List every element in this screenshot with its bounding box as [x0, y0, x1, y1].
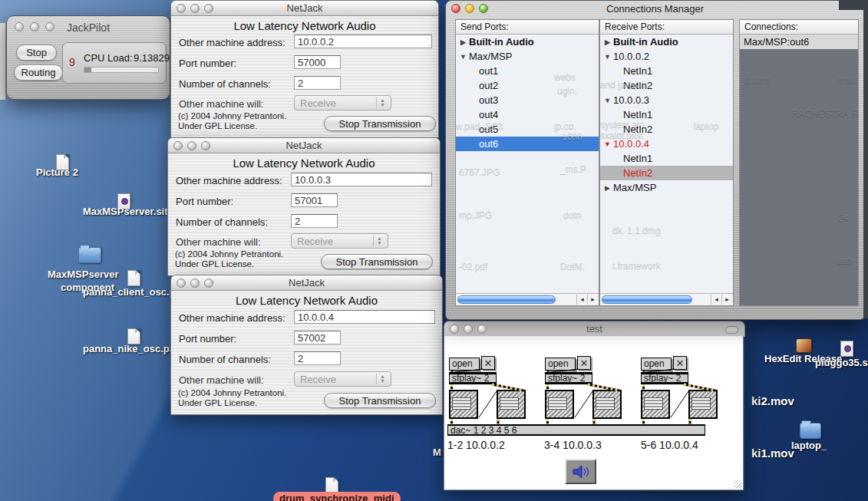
scroll-left-arrow[interactable]: ◂ — [576, 295, 587, 305]
list-item-maxmsp[interactable]: ▶Max/MSP — [600, 180, 733, 195]
port-input[interactable] — [294, 331, 341, 344]
minimize-button[interactable] — [30, 22, 39, 31]
toggle-box[interactable]: ✕ — [673, 356, 687, 370]
list-item-netin2-selected[interactable]: NetIn2 — [600, 166, 733, 180]
list-item-built-in-audio[interactable]: ▶Built-in Audio — [600, 35, 733, 49]
scroll-left-arrow[interactable]: ◂ — [711, 295, 721, 305]
close-button[interactable] — [173, 141, 183, 150]
popup-stepper-icon: ▲▼ — [376, 374, 388, 384]
gain-slider[interactable] — [688, 390, 718, 419]
window-controls — [171, 4, 213, 13]
zoom-button[interactable] — [204, 4, 213, 13]
icon-label: panna_client_osc.p — [83, 286, 176, 298]
address-input[interactable] — [294, 310, 435, 324]
copyright-line2: Under GPL License. — [178, 398, 257, 408]
list-item-netin1[interactable]: NetIn1 — [600, 151, 733, 166]
disclosure-triangle-icon[interactable]: ▼ — [459, 53, 467, 61]
list-item-built-in-audio[interactable]: ▶Built-in Audio — [456, 35, 599, 49]
mode-popup[interactable]: Receive ▲▼ — [294, 95, 391, 110]
connections-manager-window: Connections Manager Send Ports: ▶Built-i… — [445, 0, 865, 320]
close-button[interactable] — [15, 22, 24, 31]
close-button[interactable] — [177, 279, 186, 288]
zoom-button[interactable] — [477, 325, 487, 334]
open-message-box[interactable]: open — [545, 358, 576, 371]
port-input[interactable] — [294, 55, 341, 69]
patch-canvas: open ✕ sfplay~ 2 — [444, 336, 744, 490]
disclosure-triangle-icon[interactable]: ▼ — [603, 140, 612, 148]
list-item-maxmsp[interactable]: ▼Max/MSP — [456, 49, 599, 64]
list-item-out5[interactable]: out5 — [456, 122, 599, 137]
list-item-out1[interactable]: out1 — [456, 64, 599, 78]
stop-transmission-button[interactable]: Stop Transmission — [324, 116, 436, 131]
list-item-10-0-0-3[interactable]: ▼10.0.0.3 — [600, 93, 733, 107]
list-item-netin2[interactable]: NetIn2 — [600, 122, 733, 137]
scroll-right-arrow[interactable]: ▸ — [587, 295, 598, 305]
scrollbar-thumb[interactable] — [457, 295, 556, 304]
copyright-line2: Under GPL License. — [178, 121, 257, 131]
list-item-out2[interactable]: out2 — [456, 78, 599, 93]
list-item-10-0-0-2[interactable]: ▼10.0.0.2 — [600, 49, 733, 64]
list-item-out6-selected[interactable]: out6 — [456, 137, 599, 151]
list-item-netin1[interactable]: NetIn1 — [600, 107, 733, 122]
scrollbar-thumb[interactable] — [602, 295, 692, 304]
list-item-netin1[interactable]: NetIn1 — [600, 64, 733, 78]
address-input[interactable] — [294, 35, 432, 48]
background-window-edge — [863, 0, 868, 318]
resize-grip[interactable] — [734, 480, 741, 488]
stop-transmission-button[interactable]: Stop Transmission — [321, 254, 433, 269]
minimize-button[interactable] — [187, 141, 196, 150]
channels-input[interactable] — [291, 214, 338, 228]
list-item-10-0-0-4[interactable]: ▼10.0.0.4 — [600, 137, 733, 151]
gain-slider[interactable] — [545, 390, 574, 419]
disclosure-triangle-icon[interactable]: ▶ — [603, 38, 612, 46]
list-item-out4[interactable]: out4 — [456, 107, 599, 122]
gain-slider[interactable] — [497, 390, 526, 419]
connections-list: Connections: Max/MSP:out6 d.html Inter R… — [739, 19, 859, 306]
close-button[interactable] — [177, 4, 186, 13]
icon-label: piuggo35.s — [815, 357, 868, 368]
disclosure-triangle-icon[interactable]: ▶ — [459, 38, 467, 46]
stop-button[interactable]: Stop — [16, 44, 57, 61]
routing-button[interactable]: Routing — [14, 64, 63, 81]
channels-input[interactable] — [294, 76, 341, 90]
connection-row-selected[interactable]: Max/MSP:out6 — [740, 35, 858, 49]
zoom-button[interactable] — [201, 141, 210, 150]
disclosure-triangle-icon[interactable]: ▶ — [603, 184, 612, 192]
window-controls — [168, 141, 210, 150]
gain-slider[interactable] — [641, 390, 670, 419]
mode-popup-value: Receive — [300, 374, 336, 385]
close-button[interactable] — [450, 325, 459, 334]
address-input[interactable] — [291, 173, 432, 186]
open-message-box[interactable]: open — [641, 358, 672, 371]
mode-popup[interactable]: Receive ▲▼ — [294, 371, 391, 387]
list-item-out3[interactable]: out3 — [456, 93, 599, 107]
list-item-netin2[interactable]: NetIn2 — [600, 78, 733, 93]
open-message-box[interactable]: open — [449, 358, 480, 371]
zoom-button[interactable] — [204, 279, 213, 288]
minimize-button[interactable] — [190, 279, 200, 288]
ghost-label: ash — [838, 255, 853, 266]
disclosure-triangle-icon[interactable]: ▼ — [603, 97, 612, 104]
mode-popup[interactable]: Receive ▲▼ — [291, 233, 388, 249]
receive-ports-list: Receive Ports: ▶Built-in Audio ▼10.0.0.2… — [599, 19, 734, 306]
address-label: Other machine address: — [179, 37, 285, 48]
gain-slider[interactable] — [449, 390, 478, 419]
toggle-box[interactable]: ✕ — [577, 356, 591, 370]
cpu-progress-track — [84, 67, 159, 73]
ghost-label: d.html — [744, 74, 770, 85]
stop-transmission-button[interactable]: Stop Transmission — [324, 393, 436, 408]
minimize-button[interactable] — [464, 325, 473, 334]
toggle-box[interactable]: ✕ — [481, 356, 495, 370]
receive-ports-header: Receive Ports: — [600, 20, 733, 35]
collapse-widget[interactable] — [725, 326, 738, 334]
scroll-right-arrow[interactable]: ▸ — [721, 295, 732, 305]
minimize-button[interactable] — [190, 4, 200, 13]
zoom-button[interactable] — [45, 22, 54, 31]
port-input[interactable] — [291, 193, 338, 207]
channels-input[interactable] — [294, 351, 341, 365]
speaker-button[interactable] — [565, 459, 596, 484]
jackpilot-window: JackPilot Stop Routing 9 CPU Load: 9.138… — [6, 15, 170, 100]
gain-slider[interactable] — [592, 390, 622, 419]
disclosure-triangle-icon[interactable]: ▼ — [603, 53, 612, 61]
ghost-label: -02.pdf — [459, 261, 487, 272]
